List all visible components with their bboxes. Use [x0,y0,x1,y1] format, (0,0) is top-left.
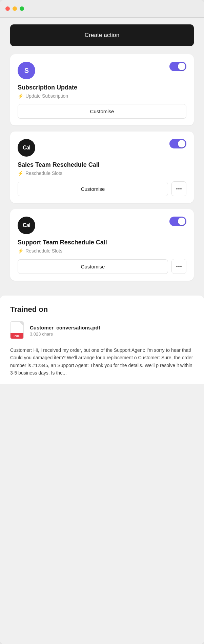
pdf-info: Customer_conversations.pdf 3,023 chars [30,325,100,337]
customise-button[interactable]: Customise [18,104,186,119]
lightning-icon: ⚡ [18,248,23,254]
pdf-filename: Customer_conversations.pdf [30,325,100,330]
pdf-file-icon: PDF [10,321,25,340]
sales-reschedule-card: Cal Sales Team Reschedule Call ⚡ Resched… [10,132,194,203]
lightning-icon: ⚡ [18,170,23,176]
subscription-update-toggle[interactable] [169,62,186,71]
trained-section: Trained on PDF Customer_conversations.pd… [0,296,204,384]
app-window: Create action S Subscription Update ⚡ Up… [0,0,204,644]
card-header: S [18,62,186,79]
avatar: Cal [18,217,35,234]
more-options-button[interactable] [171,259,186,274]
card-title: Support Team Reschedule Call [18,239,186,246]
card-actions: Customise [18,181,186,196]
minimize-button[interactable] [13,6,17,11]
pdf-item: PDF Customer_conversations.pdf 3,023 cha… [10,321,194,340]
avatar: S [18,62,35,79]
maximize-button[interactable] [20,6,24,11]
trained-section-title: Trained on [10,305,194,314]
card-header: Cal [18,139,186,157]
support-reschedule-toggle[interactable] [169,217,186,226]
subtitle-text: Update Subscription [25,93,68,99]
title-bar [0,0,204,18]
pdf-badge: PDF [11,333,23,339]
pdf-chars: 3,023 chars [30,331,100,337]
card-subtitle: ⚡ Reschedule Slots [18,170,186,176]
more-options-button[interactable] [171,181,186,196]
subtitle-text: Reschedule Slots [25,248,62,254]
customise-button[interactable]: Customise [18,259,168,274]
support-reschedule-card: Cal Support Team Reschedule Call ⚡ Resch… [10,209,194,281]
dots-icon [176,266,182,267]
card-subtitle: ⚡ Reschedule Slots [18,248,186,254]
customise-button[interactable]: Customise [18,182,168,196]
subscription-update-card: S Subscription Update ⚡ Update Subscript… [10,54,194,125]
close-button[interactable] [5,6,10,11]
card-title: Subscription Update [18,84,186,91]
card-actions: Customise [18,259,186,274]
main-content: Create action S Subscription Update ⚡ Up… [0,18,204,294]
card-header: Cal [18,217,186,234]
trained-preview-text: Customer: Hi, I received my order, but o… [10,346,194,384]
lightning-icon: ⚡ [18,93,23,99]
create-action-button[interactable]: Create action [10,24,194,46]
pdf-corner [19,322,23,326]
card-title: Sales Team Reschedule Call [18,161,186,168]
sales-reschedule-toggle[interactable] [169,139,186,148]
dots-icon [176,188,182,189]
card-subtitle: ⚡ Update Subscription [18,93,186,99]
subtitle-text: Reschedule Slots [25,170,62,176]
avatar: Cal [18,139,35,157]
card-actions: Customise [18,104,186,119]
